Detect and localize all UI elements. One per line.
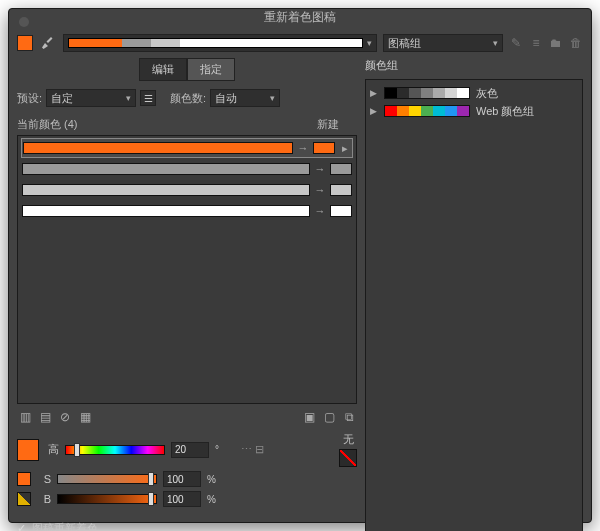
disclosure-triangle-icon[interactable]: ▶ [370, 106, 378, 116]
active-color-swatch[interactable] [17, 35, 33, 51]
arrow-right-icon[interactable]: → [314, 184, 326, 196]
color-group-list: ▶ 灰色 ▶ Web 颜色组 [365, 79, 583, 531]
artwork-group-dropdown[interactable]: 图稿组 ▾ [383, 34, 503, 52]
trash-icon[interactable]: 🗑 [569, 36, 583, 50]
current-color-bar[interactable] [23, 142, 293, 154]
channel-s-label: S [37, 473, 51, 485]
eyedropper-icon[interactable] [39, 36, 57, 50]
find-dark-icon[interactable]: ▣ [301, 410, 317, 424]
tab-edit[interactable]: 编辑 [139, 58, 187, 81]
degree-unit: ° [215, 444, 231, 455]
percent-unit: % [207, 474, 223, 485]
channel-h-label: 高 [45, 442, 59, 457]
group-palette [384, 105, 470, 117]
new-row-icon[interactable]: ▦ [77, 410, 93, 424]
folder-icon[interactable]: 🖿 [549, 36, 563, 50]
save-group-icon[interactable]: ≡ [529, 36, 543, 50]
window-title: 重新着色图稿 [264, 9, 336, 26]
color-row[interactable]: → ▸ [22, 139, 352, 157]
current-colors-label: 当前颜色 (4) [17, 117, 78, 132]
merge-icon[interactable]: ▥ [17, 410, 33, 424]
current-color-bar[interactable] [22, 184, 310, 196]
exclude-icon[interactable]: ⊘ [57, 410, 73, 424]
swatches-icon[interactable]: ⧉ [341, 410, 357, 424]
brightness-slider[interactable] [57, 494, 157, 504]
tab-assign[interactable]: 指定 [187, 58, 235, 81]
color-rows-list: → ▸ → → [17, 135, 357, 404]
new-color-swatch[interactable] [313, 142, 335, 154]
new-color-swatch[interactable] [330, 163, 352, 175]
hue-slider[interactable] [65, 445, 165, 455]
group-palette [384, 87, 470, 99]
color-row[interactable]: → [22, 160, 352, 178]
chevron-down-icon: ▾ [126, 93, 131, 103]
row-menu-icon[interactable]: ▸ [339, 142, 351, 155]
separate-icon[interactable]: ▤ [37, 410, 53, 424]
saturation-value[interactable]: 100 [163, 471, 201, 487]
color-count-label: 颜色数: [170, 91, 206, 106]
recolor-label: 图稿重新着色 [32, 521, 98, 531]
arrow-right-icon[interactable]: → [314, 163, 326, 175]
out-of-gamut-icon[interactable] [17, 472, 31, 486]
current-color-bar[interactable] [22, 163, 310, 175]
arrow-right-icon[interactable]: → [297, 142, 309, 154]
preset-label: 预设: [17, 91, 42, 106]
slider-mode-icon[interactable]: ⋯ ⊟ [241, 443, 264, 456]
preset-dropdown[interactable]: 自定▾ [46, 89, 136, 107]
color-row[interactable]: → [22, 181, 352, 199]
channel-b-label: B [37, 493, 51, 505]
color-group-item[interactable]: ▶ 灰色 [370, 84, 578, 102]
chevron-down-icon: ▾ [270, 93, 275, 103]
arrow-right-icon[interactable]: → [314, 205, 326, 217]
new-color-swatch[interactable] [330, 205, 352, 217]
swatch-strip-dropdown[interactable]: ▾ [63, 34, 377, 52]
group-name: 灰色 [476, 86, 498, 101]
chevron-down-icon: ▾ [367, 38, 372, 48]
color-row[interactable]: → [22, 202, 352, 220]
preset-options-icon[interactable]: ☰ [140, 90, 156, 106]
color-group-item[interactable]: ▶ Web 颜色组 [370, 102, 578, 120]
recolor-checkbox[interactable]: ✓ [17, 522, 26, 531]
percent-unit: % [207, 494, 223, 505]
none-swatch[interactable] [339, 449, 357, 467]
warning-icon[interactable] [17, 492, 31, 506]
brightness-value[interactable]: 100 [163, 491, 201, 507]
hue-value[interactable]: 20 [171, 442, 209, 458]
artwork-group-label: 图稿组 [388, 36, 421, 51]
find-light-icon[interactable]: ▢ [321, 410, 337, 424]
chevron-down-icon: ▾ [493, 38, 498, 48]
edit-color-swatch[interactable] [17, 439, 39, 461]
color-groups-header: 颜色组 [365, 58, 583, 73]
new-color-swatch[interactable] [330, 184, 352, 196]
none-label: 无 [343, 432, 354, 447]
group-name: Web 颜色组 [476, 104, 534, 119]
eyedropper-small-icon[interactable]: ✎ [509, 36, 523, 50]
color-count-dropdown[interactable]: 自动▾ [210, 89, 280, 107]
new-colors-label: 新建 [317, 117, 339, 132]
current-color-bar[interactable] [22, 205, 310, 217]
close-button[interactable] [19, 17, 29, 27]
saturation-slider[interactable] [57, 474, 157, 484]
disclosure-triangle-icon[interactable]: ▶ [370, 88, 378, 98]
